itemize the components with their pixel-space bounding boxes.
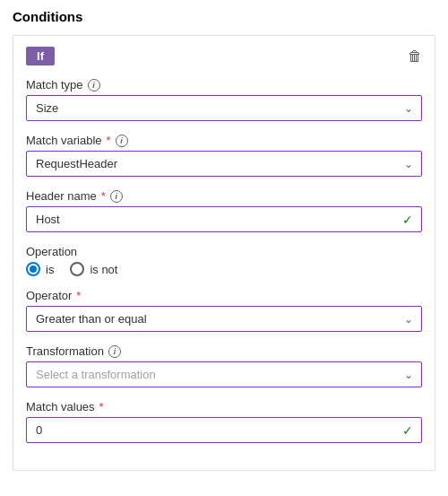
header-name-input[interactable] <box>26 206 422 232</box>
page-title: Conditions <box>13 9 435 24</box>
match-values-field: Match values * ✓ <box>26 400 422 443</box>
operation-is-label: is <box>46 263 54 276</box>
required-star-operator: * <box>76 289 81 302</box>
header-name-check-icon: ✓ <box>402 213 413 227</box>
match-variable-field: Match variable * i RequestHeader Request… <box>26 134 422 177</box>
match-type-select[interactable]: Size RegEx Wildcard <box>26 95 422 121</box>
transformation-info-icon[interactable]: i <box>108 345 121 358</box>
operation-is-radio[interactable] <box>26 262 40 276</box>
delete-icon[interactable]: 🗑 <box>408 48 422 65</box>
header-name-field: Header name * i ✓ <box>26 189 422 232</box>
operation-isnot-radio[interactable] <box>70 262 84 276</box>
operation-isnot-label: is not <box>90 263 117 276</box>
match-type-info-icon[interactable]: i <box>88 79 100 91</box>
operation-field: Operation is is not <box>26 245 422 276</box>
transformation-select-wrapper: Select a transformation Lowercase Upperc… <box>26 361 422 387</box>
if-badge: If <box>26 47 55 65</box>
operator-select-wrapper: Greater than or equal Less than Equal Co… <box>26 306 422 332</box>
operation-isnot-option[interactable]: is not <box>70 262 117 276</box>
conditions-card: If 🗑 Match type i Size RegEx Wildcard ⌄ … <box>13 35 435 471</box>
match-values-input-wrapper: ✓ <box>26 417 422 443</box>
match-variable-label: Match variable * i <box>26 134 422 147</box>
match-variable-info-icon[interactable]: i <box>116 135 128 147</box>
operator-field: Operator * Greater than or equal Less th… <box>26 289 422 332</box>
if-row: If 🗑 <box>26 47 422 65</box>
match-type-field: Match type i Size RegEx Wildcard ⌄ <box>26 78 422 121</box>
header-name-info-icon[interactable]: i <box>110 190 123 203</box>
operator-label: Operator * <box>26 289 422 302</box>
match-type-select-wrapper: Size RegEx Wildcard ⌄ <box>26 95 422 121</box>
match-values-check-icon: ✓ <box>402 423 413 438</box>
operator-select[interactable]: Greater than or equal Less than Equal Co… <box>26 306 422 332</box>
transformation-field: Transformation i Select a transformation… <box>26 344 422 387</box>
operation-label: Operation <box>26 245 422 258</box>
header-name-input-wrapper: ✓ <box>26 206 422 232</box>
required-star-match-variable: * <box>107 134 111 147</box>
operation-radio-group: is is not <box>26 262 422 276</box>
match-variable-select[interactable]: RequestHeader RequestUri RequestBody <box>26 151 422 177</box>
operation-is-option[interactable]: is <box>26 262 54 276</box>
header-name-label: Header name * i <box>26 189 422 203</box>
match-type-label: Match type i <box>26 78 422 91</box>
required-star-match-values: * <box>99 400 104 413</box>
transformation-select[interactable]: Select a transformation Lowercase Upperc… <box>26 361 422 387</box>
match-values-label: Match values * <box>26 400 422 413</box>
transformation-label: Transformation i <box>26 344 422 358</box>
required-star-header-name: * <box>101 189 106 203</box>
match-variable-select-wrapper: RequestHeader RequestUri RequestBody ⌄ <box>26 151 422 177</box>
match-values-input[interactable] <box>26 417 422 443</box>
